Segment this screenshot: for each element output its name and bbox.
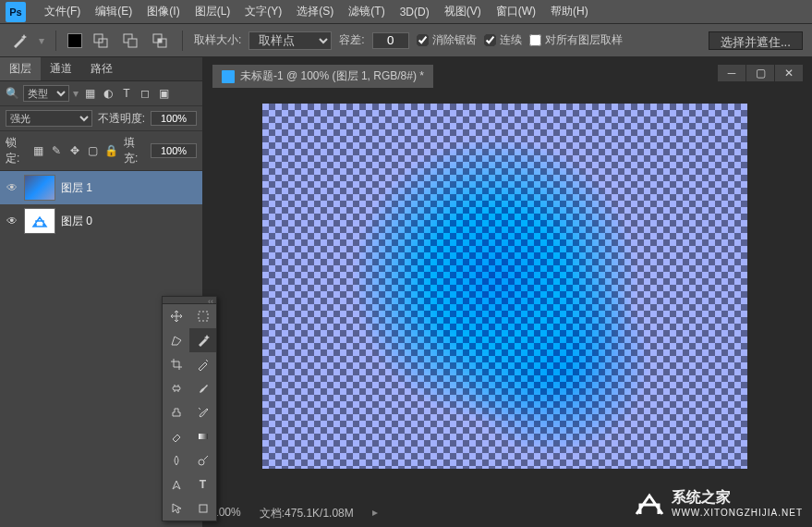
layer-thumbnail[interactable] (24, 208, 55, 234)
lock-all-icon[interactable]: 🔒 (104, 143, 118, 158)
svg-rect-3 (128, 39, 137, 47)
layer-thumbnail[interactable] (24, 175, 55, 201)
ps-mini-icon (222, 70, 235, 83)
menu-layer[interactable]: 图层(L) (188, 0, 238, 23)
svg-rect-0 (94, 34, 103, 43)
menu-type[interactable]: 文字(Y) (237, 0, 289, 23)
document-title: 未标题-1 @ 100% (图层 1, RGB/8#) * (240, 68, 424, 84)
menu-help[interactable]: 帮助(H) (543, 0, 596, 23)
sample-size-select[interactable]: 取样点 (248, 31, 332, 50)
lock-artboard-icon[interactable]: ▢ (86, 143, 98, 158)
gradient-tool-icon[interactable] (189, 424, 216, 448)
brush-tool-icon[interactable] (189, 376, 216, 400)
blend-mode-select[interactable]: 强光 (6, 110, 92, 127)
document-tab[interactable]: 未标题-1 @ 100% (图层 1, RGB/8#) * (212, 65, 433, 88)
all-layers-checkbox[interactable]: 对所有图层取样 (529, 32, 623, 48)
visibility-eye-icon[interactable]: 👁 (6, 214, 18, 227)
lock-paint-icon[interactable]: ✎ (51, 143, 63, 158)
select-and-mask-button[interactable]: 选择并遮住... (709, 31, 803, 50)
filter-pixel-icon[interactable]: ▦ (82, 86, 97, 101)
magic-wand-icon[interactable] (9, 31, 31, 50)
lock-label: 锁定: (6, 135, 27, 166)
palette-drag-handle[interactable]: ‹‹ (163, 297, 216, 304)
opacity-input[interactable] (151, 111, 197, 126)
tab-layers[interactable]: 图层 (0, 57, 41, 80)
svg-rect-2 (124, 34, 132, 43)
svg-rect-6 (158, 39, 162, 43)
tool-palette: ‹‹ T (162, 296, 217, 521)
layer-name: 图层 0 (61, 214, 92, 229)
menu-file[interactable]: 文件(F) (37, 0, 88, 23)
layer-item[interactable]: 👁 图层 1 (0, 171, 202, 204)
lock-transparent-icon[interactable]: ▦ (32, 143, 44, 158)
svg-rect-1 (99, 39, 107, 47)
svg-point-10 (199, 460, 204, 465)
watermark: 系统之家 WWW.XITONGZHIJIA.NET (633, 488, 803, 518)
svg-rect-11 (200, 505, 207, 512)
dodge-tool-icon[interactable] (189, 448, 216, 472)
doc-size-info[interactable]: 文档:475.1K/1.08M (260, 506, 354, 521)
tab-channels[interactable]: 通道 (41, 57, 81, 80)
lock-move-icon[interactable]: ✥ (68, 143, 80, 158)
watermark-title: 系统之家 (672, 488, 803, 508)
shape-tool-icon[interactable] (189, 496, 216, 521)
selection-subtract-icon[interactable] (119, 31, 141, 50)
ps-logo-text: Ps (9, 6, 21, 18)
magic-wand-tool-icon[interactable] (189, 328, 216, 352)
antialias-checkbox[interactable]: 消除锯齿 (417, 32, 477, 48)
lasso-tool-icon[interactable] (163, 328, 189, 352)
selection-add-icon[interactable] (90, 31, 112, 50)
svg-rect-4 (153, 34, 162, 43)
crop-tool-icon[interactable] (163, 352, 189, 376)
sample-size-label: 取样大小: (194, 32, 241, 48)
contiguous-checkbox[interactable]: 连续 (484, 32, 522, 48)
filter-kind-select[interactable]: 类型 (23, 85, 69, 102)
menu-image[interactable]: 图像(I) (139, 0, 187, 23)
menu-3d[interactable]: 3D(D) (393, 2, 437, 22)
svg-rect-5 (158, 39, 166, 47)
menu-select[interactable]: 选择(S) (289, 0, 341, 23)
eraser-tool-icon[interactable] (163, 424, 189, 448)
selection-intersect-icon[interactable] (149, 31, 171, 50)
history-brush-tool-icon[interactable] (189, 400, 216, 424)
fill-label: 填充: (124, 135, 145, 166)
filter-shape-icon[interactable]: ◻ (138, 86, 152, 101)
visibility-eye-icon[interactable]: 👁 (6, 181, 18, 194)
doc-maximize-button[interactable]: ▢ (746, 65, 774, 81)
canvas-area: 未标题-1 @ 100% (图层 1, RGB/8#) * ─ ▢ ✕ 100%… (203, 57, 812, 527)
menu-bar: Ps 文件(F) 编辑(E) 图像(I) 图层(L) 文字(Y) 选择(S) 滤… (0, 0, 812, 24)
menu-window[interactable]: 窗口(W) (489, 0, 543, 23)
tab-paths[interactable]: 路径 (81, 57, 122, 80)
path-select-tool-icon[interactable] (163, 496, 189, 521)
filter-adjust-icon[interactable]: ◐ (101, 86, 115, 101)
status-bar: 100% 文档:475.1K/1.08M ▸ (212, 506, 378, 521)
doc-close-button[interactable]: ✕ (775, 65, 803, 81)
tolerance-label: 容差: (339, 32, 364, 48)
move-tool-icon[interactable] (163, 304, 189, 328)
selection-new-icon[interactable] (67, 33, 82, 48)
ps-logo: Ps (6, 2, 26, 22)
filter-type-icon[interactable]: T (119, 86, 134, 101)
search-icon: 🔍 (6, 87, 19, 100)
pen-tool-icon[interactable] (163, 472, 189, 496)
menu-filter[interactable]: 滤镜(T) (341, 0, 392, 23)
canvas[interactable] (262, 104, 747, 469)
healing-tool-icon[interactable] (163, 376, 189, 400)
fill-input[interactable] (151, 143, 197, 158)
menu-edit[interactable]: 编辑(E) (88, 0, 139, 23)
opacity-label: 不透明度: (98, 111, 145, 127)
tolerance-input[interactable] (372, 32, 409, 49)
stamp-tool-icon[interactable] (163, 400, 189, 424)
blur-tool-icon[interactable] (163, 448, 189, 472)
marquee-tool-icon[interactable] (189, 304, 216, 328)
type-tool-icon[interactable]: T (189, 472, 216, 496)
eyedropper-tool-icon[interactable] (189, 352, 216, 376)
svg-rect-8 (173, 386, 180, 390)
doc-minimize-button[interactable]: ─ (718, 65, 745, 81)
options-bar: ▾ 取样大小: 取样点 容差: 消除锯齿 连续 对所有图层取样 选择并遮住... (0, 24, 812, 57)
layer-item[interactable]: 👁 图层 0 (0, 204, 202, 238)
svg-rect-9 (199, 434, 208, 439)
filter-smart-icon[interactable]: ▣ (156, 86, 171, 101)
menu-view[interactable]: 视图(V) (437, 0, 489, 23)
svg-rect-7 (199, 312, 208, 321)
